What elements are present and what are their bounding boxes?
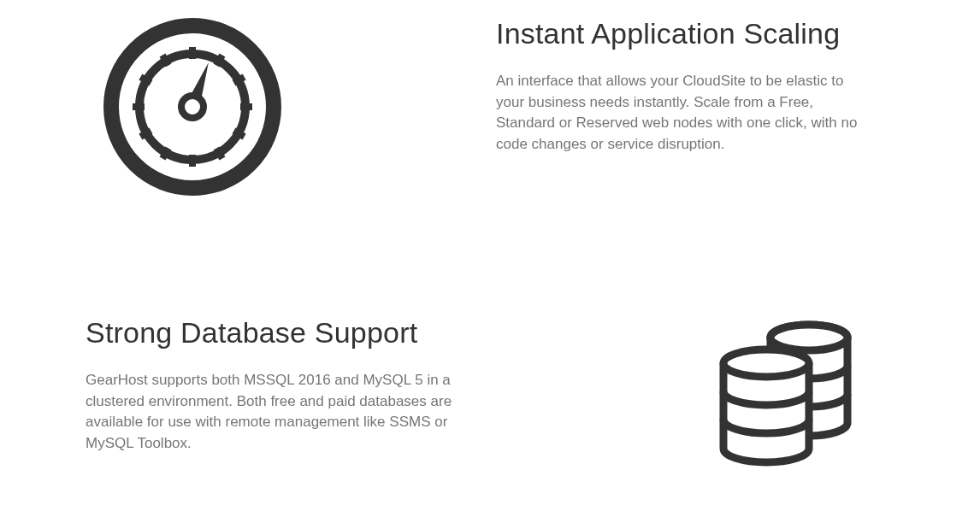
feature-description: An interface that allows your CloudSite … bbox=[496, 71, 872, 156]
feature-row-scaling: Instant Application Scaling An interface… bbox=[0, 0, 980, 273]
svg-rect-8 bbox=[189, 155, 196, 167]
svg-rect-5 bbox=[240, 103, 252, 110]
feature-title: Strong Database Support bbox=[86, 316, 484, 350]
database-icon bbox=[698, 316, 860, 479]
feature-title: Instant Application Scaling bbox=[496, 17, 894, 50]
svg-rect-2 bbox=[189, 47, 196, 59]
feature-text-container: Strong Database Support GearHost support… bbox=[86, 316, 484, 455]
svg-point-17 bbox=[770, 325, 847, 350]
feature-icon-container bbox=[484, 316, 894, 479]
svg-rect-11 bbox=[133, 103, 145, 110]
gauge-icon bbox=[103, 17, 282, 197]
feature-text-container: Instant Application Scaling An interface… bbox=[496, 17, 894, 156]
svg-point-18 bbox=[723, 350, 809, 377]
feature-description: GearHost supports both MSSQL 2016 and My… bbox=[86, 370, 462, 455]
feature-row-database: Strong Database Support GearHost support… bbox=[0, 273, 980, 479]
feature-icon-container bbox=[86, 17, 496, 197]
svg-point-15 bbox=[181, 96, 204, 118]
